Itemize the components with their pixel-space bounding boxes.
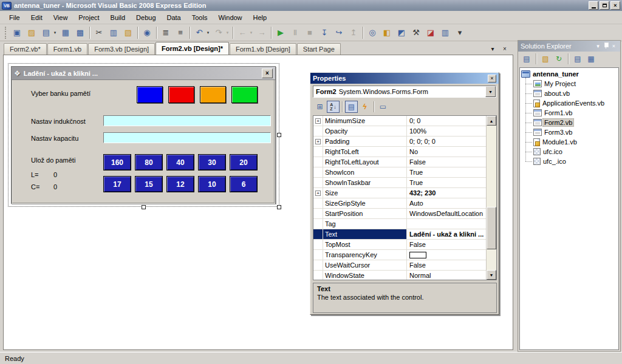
tree-item-ufc-ico[interactable]: ufc.ico — [533, 147, 618, 157]
menu-window[interactable]: Window — [213, 12, 247, 23]
undo-dropdown-icon[interactable]: ▾ — [205, 30, 211, 35]
save-all-button[interactable]: ▩ — [73, 26, 87, 39]
property-row[interactable]: TransparencyKey — [313, 250, 496, 260]
menu-help[interactable]: Help — [248, 12, 273, 23]
property-row[interactable]: SizeGripStyleAuto — [313, 198, 496, 209]
minimize-button[interactable] — [589, 1, 598, 10]
tab-form2-design[interactable]: Form2.vb [Design]* — [156, 42, 229, 55]
bank-button-blue[interactable] — [137, 86, 163, 103]
scroll-thumb[interactable] — [487, 207, 496, 249]
paste-button[interactable]: ▧ — [121, 26, 135, 39]
memory-button-15[interactable]: 15 — [135, 176, 163, 192]
close-tab-icon[interactable]: × — [501, 46, 509, 52]
property-row[interactable]: TopMostFalse — [313, 240, 496, 250]
undo-button[interactable]: ↶ — [193, 26, 206, 39]
tree-item-applicationevents[interactable]: ApplicationEvents.vb — [533, 98, 618, 108]
events-button[interactable]: ϟ — [358, 101, 371, 113]
add-new-item-button[interactable]: ▤ — [39, 26, 53, 39]
close-button[interactable]: × — [610, 1, 620, 10]
object-selector-dropdown-icon[interactable]: ▼ — [485, 86, 496, 97]
panel-menu-dropdown-icon[interactable]: ▾ — [594, 43, 602, 49]
view-code-button[interactable]: ▤ — [572, 53, 584, 65]
property-row[interactable]: StartPositionWindowsDefaultLocation — [313, 209, 496, 219]
menu-build[interactable]: Build — [105, 12, 131, 23]
tree-item-about[interactable]: about.vb — [533, 89, 618, 98]
menu-edit[interactable]: Edit — [26, 12, 48, 23]
immediate-window-button[interactable]: ▥ — [439, 26, 452, 39]
navigate-backward-button[interactable]: ← — [236, 26, 249, 39]
tree-item-my-project[interactable]: My Project — [533, 79, 618, 89]
tree-item-ufc2-ico[interactable]: ufc_.ico — [533, 157, 618, 166]
tab-form2-code[interactable]: Form2.vb* — [4, 43, 47, 55]
categorized-button[interactable]: ⊞ — [313, 101, 326, 113]
start-debugging-button[interactable]: ▶ — [274, 26, 287, 39]
property-row[interactable]: ShowInTaskbarTrue — [313, 178, 496, 188]
error-list-button[interactable]: ◪ — [424, 26, 437, 39]
memory-button-20[interactable]: 20 — [230, 154, 258, 170]
tree-item-form1[interactable]: Form1.vb — [533, 108, 618, 118]
property-row[interactable]: RightToLeftNo — [313, 147, 496, 157]
property-grid-scrollbar[interactable]: ▲ ▼ — [486, 116, 496, 280]
tree-item-form3[interactable]: Form3.vb — [533, 127, 618, 137]
tab-form1-code[interactable]: Form1.vb — [47, 43, 87, 55]
memory-button-10[interactable]: 10 — [198, 176, 226, 192]
alphabetical-button[interactable]: AZ↓ — [327, 101, 340, 113]
panel-close-icon[interactable]: × — [610, 43, 618, 49]
scroll-down-button[interactable]: ▼ — [487, 270, 496, 280]
menu-file[interactable]: File — [4, 12, 26, 23]
add-new-item-dropdown-icon[interactable]: ▾ — [52, 30, 58, 35]
object-selector-combobox[interactable]: Form2 System.Windows.Forms.Form ▼ — [313, 86, 496, 98]
view-designer-button[interactable]: ▦ — [585, 53, 597, 65]
toolbox-button[interactable]: ⚒ — [409, 26, 423, 39]
step-over-button[interactable]: ↪ — [332, 26, 346, 39]
designed-form[interactable]: ❖ Ladění - ukaž a klikni ... × Vyber ban… — [11, 66, 276, 204]
tree-item-module1[interactable]: Module1.vb — [533, 137, 618, 147]
tab-form1-design[interactable]: Form1.vb [Design] — [230, 43, 296, 55]
inductance-textbox[interactable] — [103, 115, 271, 126]
property-row[interactable]: ShowIconTrue — [313, 167, 496, 178]
restore-button[interactable] — [600, 1, 609, 10]
capacity-textbox[interactable] — [103, 132, 271, 143]
color-swatch[interactable] — [409, 252, 426, 258]
memory-button-40[interactable]: 40 — [166, 154, 194, 170]
tree-item-form2[interactable]: Form2.vb — [533, 118, 618, 127]
resize-handle-corner[interactable] — [277, 205, 281, 209]
break-all-button[interactable]: Ⅱ — [289, 26, 302, 39]
menu-data[interactable]: Data — [162, 12, 186, 23]
cut-button[interactable]: ✂ — [92, 26, 106, 39]
memory-button-160[interactable]: 160 — [103, 154, 131, 170]
bank-button-red[interactable] — [168, 86, 194, 103]
refresh-button[interactable]: ↻ — [553, 53, 565, 65]
expand-icon[interactable]: + — [315, 118, 321, 124]
resize-handle-bottom[interactable] — [142, 205, 146, 209]
copy-button[interactable]: ▥ — [107, 26, 120, 39]
property-row[interactable]: UseWaitCursorFalse — [313, 260, 496, 271]
property-row[interactable]: +Padding0; 0; 0; 0 — [313, 136, 496, 147]
bank-button-orange[interactable] — [200, 86, 226, 103]
property-row[interactable]: Tag — [313, 219, 496, 229]
menu-view[interactable]: View — [48, 12, 73, 23]
tab-list-dropdown-icon[interactable]: ▾ — [488, 46, 497, 52]
uncomment-lines-button[interactable]: ≡ — [174, 26, 187, 39]
resize-handle-right[interactable] — [277, 133, 281, 137]
show-all-files-button[interactable]: ▧ — [539, 53, 552, 65]
redo-button[interactable]: ↷ — [212, 26, 225, 39]
property-row[interactable]: RightToLeftLayoutFalse — [313, 157, 496, 167]
menu-project[interactable]: Project — [73, 12, 104, 23]
properties-view-button[interactable]: ▤ — [345, 101, 358, 113]
toolbar-options-button[interactable]: ▾ — [453, 26, 466, 39]
tab-form3-design[interactable]: Form3.vb [Design] — [88, 43, 155, 55]
properties-close-button[interactable]: × — [488, 75, 496, 83]
menu-tools[interactable]: Tools — [186, 12, 213, 23]
open-file-button[interactable]: ▨ — [25, 26, 38, 39]
properties-window-button[interactable]: ◧ — [380, 26, 394, 39]
memory-button-80[interactable]: 80 — [135, 154, 163, 170]
se-properties-button[interactable]: ▤ — [521, 53, 533, 65]
property-row-selected[interactable]: TextLadění - ukaž a klikni ... — [313, 229, 496, 240]
memory-button-30[interactable]: 30 — [198, 154, 226, 170]
property-row[interactable]: +Size432; 230 — [313, 188, 496, 198]
step-into-button[interactable]: ↧ — [318, 26, 331, 39]
object-browser-button[interactable]: ◩ — [395, 26, 408, 39]
new-project-button[interactable]: ▣ — [10, 26, 24, 39]
property-pages-button[interactable]: ▭ — [377, 101, 389, 113]
